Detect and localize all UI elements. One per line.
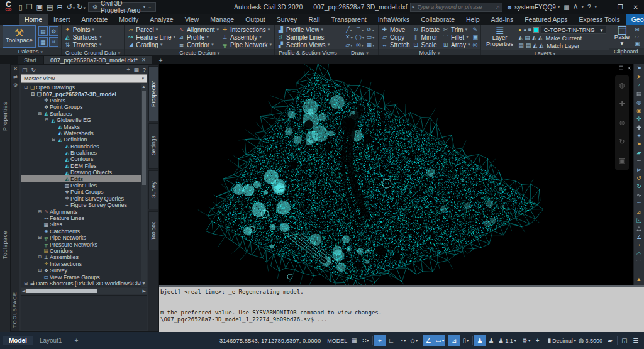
toolspace-tab-toolbox[interactable]: Toolbox [148,211,158,250]
layer-tool-icon[interactable]: ◭ [532,35,536,41]
side-toolbar-icon-9[interactable]: ⚑ [636,141,641,149]
collapse-icon[interactable]: ⊟ [37,111,43,116]
tree-item-point-groups[interactable]: ❖Point Groups [21,104,141,110]
close-icon[interactable]: ✕ [13,66,18,72]
clipboard-tool-icon[interactable]: ▱ [635,33,640,40]
binoculars-icon[interactable]: ⌕ [496,3,500,11]
ribbon-button-alignment[interactable]: ∿Alignment▾ [178,26,219,33]
panorama-toggle-icon[interactable]: ▦ [38,37,48,47]
side-toolbar-icon-14[interactable]: ↻ [636,182,641,191]
ribbon-button-profile-view[interactable]: ▟Profile View▾ [277,26,330,33]
navbar-icon-1[interactable]: ✚ [619,100,625,108]
expand-icon[interactable]: ⊞ [37,235,43,240]
draw-tool-icon[interactable]: ⌒▾ [355,26,365,33]
ribbon-tab-survey[interactable]: Survey [271,14,303,25]
ribbon-button-points[interactable]: ✦Points▾ [64,26,102,33]
panel-label-clipboard[interactable]: Clipboard [609,48,643,55]
side-toolbar-icon-4[interactable]: ◍ [636,99,641,107]
tab-close-icon[interactable]: ✕ [142,57,146,63]
ribbon-tab-annotate[interactable]: Annotate [75,14,113,25]
collapse-icon[interactable]: ⊟ [30,92,36,97]
drawing-restore-icon[interactable]: ❐ [619,65,623,71]
layer-tool-icon[interactable]: ◭ [539,42,543,48]
collapsed-toolspace-palette[interactable]: Toolspace [2,231,8,259]
side-toolbar-icon-16[interactable]: ┄ [637,199,640,208]
status-object-snap-tracking[interactable]: ∠ [423,335,434,346]
side-toolbar-icon-24[interactable]: ┄ [637,267,640,275]
tree-item-contours[interactable]: ◭Contours [21,156,141,162]
layer-on-icon[interactable]: ● [518,27,521,33]
collapse-icon[interactable]: ⊟ [23,85,29,90]
side-toolbar-icon-15[interactable]: ∿ [636,191,641,199]
navbar-icon-0[interactable]: ◍ [619,81,625,89]
scroll-down-icon[interactable]: ▼ [142,281,146,287]
autodesk-exchange-icon[interactable]: A [574,4,578,11]
status-object-snap[interactable]: ▭▾ [434,335,445,346]
side-toolbar-icon-8[interactable]: ✦ [636,132,641,140]
layer-color-swatch[interactable] [533,27,539,33]
tree-item-assemblies[interactable]: ⊞⊥Assemblies [21,254,141,260]
clipboard-tool-icon[interactable]: ▣ [635,40,640,47]
layer-tool-icon[interactable]: ▤ [525,35,530,41]
tree-item-sites[interactable]: ▦Sites [21,221,141,228]
ribbon-button-fillet[interactable]: ⌒Fillet▾ [442,33,470,41]
tree-item-corridors[interactable]: ▤Corridors [21,248,141,254]
save-icon[interactable]: ▣ [35,3,45,11]
tree-item-masks[interactable]: ◭Masks [21,123,141,130]
side-toolbar-icon-5[interactable]: ◉ [636,107,641,115]
tree-item-intersections[interactable]: ✛Intersections [21,261,141,267]
status-performance-globe[interactable]: ◍3.5000 [577,335,604,346]
side-toolbar-icon-12[interactable]: ⊳ [636,166,641,174]
panel-label-palettes[interactable]: Palettes▾ [0,48,61,55]
ribbon-button-copy[interactable]: ▱Copy [381,33,410,41]
tree-item-feature-lines[interactable]: ↝Feature Lines [21,215,141,221]
status-annotation-scale[interactable]: ♟1:1▾ [497,335,518,346]
tree-item-007-pqc26528a7-3d-model[interactable]: ⊟▢007_pqc26528a7-3D_model [21,91,141,97]
layer-selector[interactable]: C-TOPO-TIN-TRNG▾ [541,26,606,34]
ribbon-tab-express-tools[interactable]: Express Tools [574,14,626,25]
ribbon-tab-add-ins[interactable]: Add-ins [486,14,519,25]
tree-item-catchments[interactable]: ◈Catchments [21,228,141,235]
side-toolbar-icon-22[interactable]: ◠ [636,250,641,258]
ribbon-button-traverse[interactable]: ⇅Traverse▾ [64,41,102,48]
layout-tab-model[interactable]: Model [3,336,33,345]
status-status-customize-plus[interactable]: + [532,335,543,346]
ribbon-tab-insert[interactable]: Insert [48,14,75,25]
properties-gear-icon[interactable]: ⚙ [13,82,18,88]
status-selection-cycling[interactable]: ▯▾ [460,335,471,346]
expand-icon[interactable]: ⊞ [37,209,43,214]
navbar-icon-4[interactable]: ▣ [619,157,625,165]
view-selector[interactable]: Master View ▾ [21,74,147,83]
side-toolbar-icon-7[interactable]: ✚ [636,124,641,132]
help-icon[interactable]: ? [143,67,146,73]
side-toolbar-icon-17[interactable]: ⊿ [636,208,641,216]
ribbon-button-grading[interactable]: ◢Grading▾ [127,41,175,48]
tree-item-watersheds[interactable]: ◭Watersheds [21,130,141,136]
close-button[interactable]: ✕ [630,4,641,11]
ribbon-tab-rail[interactable]: Rail [303,14,325,25]
tree-item-points[interactable]: ✛Points [21,97,141,104]
status-dynamic-input[interactable]: ⌖ [374,335,386,346]
expand-icon[interactable]: ⊞ [37,268,43,273]
ribbon-tab-collaborate[interactable]: Collaborate [415,14,460,25]
status-dynamic-ucs[interactable]: ⊿ [448,335,460,346]
tree-item-definition[interactable]: ⊟◭Definition [21,136,141,143]
draw-tool-icon[interactable]: ✕▾ [344,33,354,41]
ribbon-button-profile[interactable]: ⊿Profile▾ [178,33,219,41]
tree-item-pipe-networks[interactable]: ⊞╦Pipe Networks [21,235,141,241]
tree-item-point-survey-queries[interactable]: ✛Point Survey Queries [21,196,141,202]
hscroll-thumb[interactable] [26,289,97,293]
tree-item-dem-files[interactable]: ◭DEM Files [21,163,141,169]
tree-item-alignments[interactable]: ⊞∿Alignments [21,208,141,214]
palette-toggle-icon[interactable]: ▤ [38,26,48,36]
status-customization-menu[interactable]: ☰ [630,335,641,346]
side-toolbar-icon-23[interactable]: ⌒ [636,258,642,267]
ribbon-tab-view[interactable]: View [179,14,205,25]
clipboard-tool-icon[interactable]: ⊠ [635,26,640,33]
tree-item-edits[interactable]: ◭Edits [21,175,141,182]
app-logo-icon[interactable]: C C3D [3,1,14,13]
tree-item-data-shortcuts-d-civil[interactable]: ⊟⇶Data Shortcuts [D:\Civil 3D Workflows\… [21,280,141,287]
collapse-icon[interactable]: ⊟ [23,281,29,286]
ribbon-tab-featured-apps[interactable]: Featured Apps [519,14,573,25]
ribbon-button-scale[interactable]: ⊡Scale [413,41,440,48]
